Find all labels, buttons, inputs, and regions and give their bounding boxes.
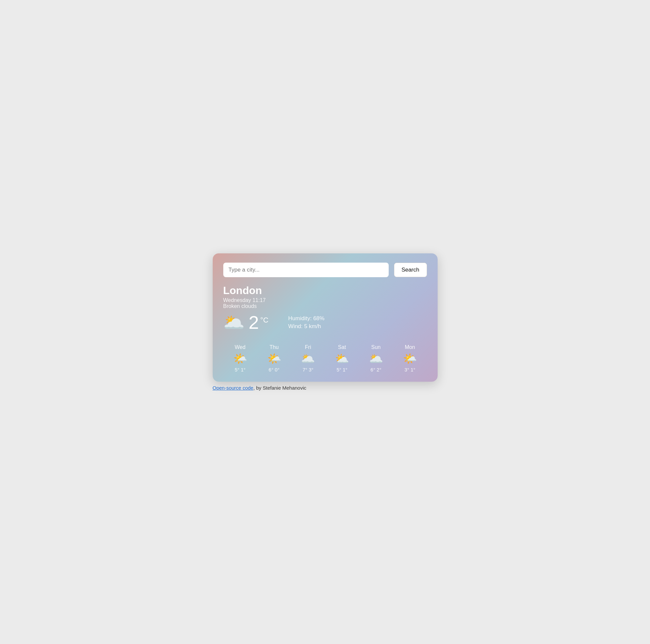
forecast-temps: 6° 0°: [268, 367, 280, 372]
footer: Open-source code, by Stefanie Mehanovic: [213, 385, 306, 391]
search-button[interactable]: Search: [394, 263, 427, 277]
forecast-day: Mon 🌤️ 3° 1°: [393, 344, 427, 372]
weather-wrapper: Search London Wednesday 11:17 Broken clo…: [213, 253, 438, 391]
weather-details: Humidity: 68% Wind: 5 km/h: [288, 315, 325, 330]
forecast-temps: 3° 1°: [404, 367, 416, 372]
forecast-day: Sun 🌥️ 6° 2°: [359, 344, 393, 372]
forecast-day: Sat ⛅ 5° 1°: [325, 344, 359, 372]
humidity-text: Humidity: 68%: [288, 315, 325, 322]
forecast-day-name: Sun: [371, 344, 381, 350]
forecast-day: Wed 🌤️ 5° 1°: [223, 344, 257, 372]
city-description: Broken clouds: [223, 303, 427, 309]
forecast-day-name: Fri: [305, 344, 311, 350]
current-weather-icon: 🌥️: [223, 314, 245, 331]
footer-author: , by Stefanie Mehanovic: [253, 385, 306, 391]
forecast-temps: 7° 3°: [303, 367, 314, 372]
current-weather-row: 🌥️ 2 °C Humidity: 68% Wind: 5 km/h: [223, 313, 427, 332]
forecast-day: Fri 🌥️ 7° 3°: [291, 344, 325, 372]
forecast-day-name: Thu: [269, 344, 279, 350]
search-row: Search: [223, 263, 427, 277]
forecast-icon: ⛅: [335, 353, 349, 364]
forecast-day-name: Mon: [405, 344, 415, 350]
forecast-icon: 🌤️: [403, 353, 417, 364]
forecast-icon: 🌥️: [369, 353, 383, 364]
forecast-row: Wed 🌤️ 5° 1° Thu 🌤️ 6° 0° Fri 🌥️ 7° 3° S…: [223, 342, 427, 372]
forecast-icon: 🌥️: [301, 353, 315, 364]
forecast-temps: 5° 1°: [234, 367, 246, 372]
city-name: London: [223, 284, 427, 297]
city-date: Wednesday 11:17: [223, 297, 427, 303]
wind-text: Wind: 5 km/h: [288, 323, 325, 330]
weather-card: Search London Wednesday 11:17 Broken clo…: [213, 253, 438, 382]
forecast-temps: 5° 1°: [336, 367, 347, 372]
current-temperature: 2: [249, 313, 259, 332]
forecast-day-name: Sat: [338, 344, 346, 350]
forecast-icon: 🌤️: [267, 353, 281, 364]
forecast-day: Thu 🌤️ 6° 0°: [257, 344, 291, 372]
forecast-temps: 6° 2°: [370, 367, 382, 372]
open-source-link[interactable]: Open-source code: [213, 385, 253, 391]
temp-unit: °C: [260, 316, 268, 324]
search-input[interactable]: [223, 263, 389, 277]
forecast-icon: 🌤️: [233, 353, 247, 364]
forecast-day-name: Wed: [235, 344, 246, 350]
